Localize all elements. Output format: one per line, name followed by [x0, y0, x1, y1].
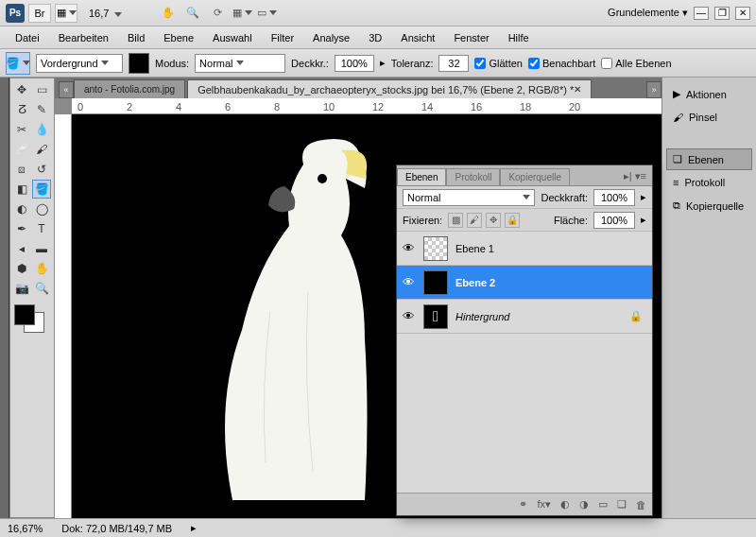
type-tool[interactable]: T: [32, 219, 51, 238]
layer-opacity-input[interactable]: 100%: [593, 189, 635, 206]
menu-ansicht[interactable]: Ansicht: [393, 29, 442, 46]
new-layer-icon[interactable]: ❏: [617, 498, 627, 511]
screen-mode-icon[interactable]: ▭: [256, 4, 277, 23]
menu-3d[interactable]: 3D: [361, 29, 389, 46]
group-icon[interactable]: ▭: [598, 498, 608, 511]
color-swatches[interactable]: [12, 304, 50, 333]
titlebar: Ps Br ▦ 16,7 ✋ 🔍 ⟳ ▦ ▭ Grundelemente ▾ —…: [0, 0, 756, 26]
panel-tab-protokoll[interactable]: Protokoll: [446, 168, 500, 185]
path-select-tool[interactable]: ◂: [12, 239, 31, 258]
current-tool-icon[interactable]: 🪣: [6, 52, 30, 75]
pen-tool[interactable]: ✒: [12, 219, 31, 238]
panel-tab-ebenen[interactable]: Ebenen: [397, 168, 446, 185]
antialias-checkbox[interactable]: Glätten: [474, 58, 522, 69]
tab-scroll-right[interactable]: »: [646, 81, 662, 98]
zoom-icon[interactable]: 🔍: [182, 4, 203, 23]
menu-ebene[interactable]: Ebene: [156, 29, 201, 46]
layer-row[interactable]: 👁 Ebene 2: [397, 266, 652, 300]
foreground-color[interactable]: [14, 304, 35, 325]
fill-select[interactable]: Vordergrund: [36, 54, 123, 73]
dock-aktionen[interactable]: ▶Aktionen: [666, 83, 752, 105]
delete-icon[interactable]: 🗑: [636, 499, 646, 511]
status-zoom[interactable]: 16,67%: [8, 523, 43, 534]
menu-bild[interactable]: Bild: [120, 29, 152, 46]
visibility-icon[interactable]: 👁: [401, 241, 416, 255]
hand-tool[interactable]: ✋: [32, 259, 51, 278]
layer-name[interactable]: Hintergrund: [455, 311, 509, 322]
restore-button[interactable]: ❐: [714, 7, 730, 20]
blend-mode-select[interactable]: Normal: [403, 189, 535, 206]
dock-kopierquelle[interactable]: ⧉Kopierquelle: [666, 195, 752, 217]
app-icon: Ps: [6, 4, 25, 23]
minimize-button[interactable]: —: [694, 7, 709, 20]
lock-position-icon[interactable]: ✥: [486, 213, 501, 228]
3d-tool[interactable]: ⬢: [12, 259, 31, 278]
eyedropper-tool[interactable]: 💧: [32, 120, 51, 139]
hand-icon[interactable]: ✋: [158, 4, 179, 23]
fx-icon[interactable]: fx▾: [537, 498, 551, 511]
menu-hilfe[interactable]: Hilfe: [501, 29, 537, 46]
heal-tool[interactable]: 🩹: [12, 140, 31, 159]
left-collapse-strip[interactable]: [0, 78, 9, 518]
layer-thumbnail[interactable]: [423, 270, 448, 295]
menu-filter[interactable]: Filter: [264, 29, 301, 46]
tab-scroll-left[interactable]: «: [59, 81, 74, 98]
dock-pinsel[interactable]: 🖌Pinsel: [666, 107, 752, 128]
lock-all-icon[interactable]: 🔒: [505, 213, 520, 228]
rotate-icon[interactable]: ⟳: [207, 4, 228, 23]
dock-ebenen[interactable]: ❏Ebenen: [666, 148, 752, 170]
contiguous-checkbox[interactable]: Benachbart: [528, 58, 595, 69]
fill-input[interactable]: 100%: [593, 212, 635, 229]
layer-row[interactable]: 👁 𓅬 Hintergrund 🔒: [397, 300, 652, 334]
stamp-tool[interactable]: ⧇: [12, 160, 31, 179]
all-layers-checkbox[interactable]: Alle Ebenen: [601, 58, 671, 69]
quick-select-tool[interactable]: ✎: [32, 100, 51, 119]
crop-tool[interactable]: ✂: [12, 120, 31, 139]
blur-tool[interactable]: ◐: [12, 199, 31, 218]
dodge-tool[interactable]: ◯: [32, 199, 51, 218]
history-brush-tool[interactable]: ↺: [32, 160, 51, 179]
panel-dock: ▶Aktionen 🖌Pinsel ❏Ebenen ≡Protokoll ⧉Ko…: [662, 78, 756, 518]
link-icon[interactable]: ⚭: [519, 498, 527, 511]
visibility-icon[interactable]: 👁: [401, 275, 416, 289]
lock-pixels-icon[interactable]: 🖌: [467, 213, 482, 228]
tolerance-input[interactable]: 32: [438, 55, 469, 72]
shape-tool[interactable]: ▬: [32, 239, 51, 258]
bucket-tool[interactable]: 🪣: [32, 180, 51, 199]
document-tab-active[interactable]: Gelbhaubenkakadu_by_archaeopteryx_stocks…: [187, 79, 592, 98]
panel-tab-kopierquelle[interactable]: Kopierquelle: [500, 168, 570, 185]
eraser-tool[interactable]: ◧: [12, 180, 31, 199]
panel-menu-icon[interactable]: ▸| ▾≡: [618, 167, 652, 185]
arrange-icon[interactable]: ▦: [232, 4, 252, 23]
menu-analyse[interactable]: Analyse: [305, 29, 357, 46]
bridge-button[interactable]: Br: [28, 4, 51, 23]
zoom-display[interactable]: 16,7: [81, 8, 129, 19]
mode-select[interactable]: Normal: [195, 54, 285, 73]
workspace-switcher[interactable]: Grundelemente ▾: [608, 7, 688, 19]
zoom-tool[interactable]: 🔍: [32, 279, 51, 298]
menu-bearbeiten[interactable]: Bearbeiten: [51, 29, 116, 46]
layer-name[interactable]: Ebene 2: [455, 277, 495, 288]
move-tool[interactable]: ✥: [12, 80, 31, 99]
menu-fenster[interactable]: Fenster: [446, 29, 496, 46]
brush-tool[interactable]: 🖌: [32, 140, 51, 159]
pattern-swatch[interactable]: [129, 53, 149, 74]
document-tab-inactive[interactable]: anto - Fotolia.com.jpg: [74, 79, 185, 98]
mask-icon[interactable]: ◐: [560, 498, 570, 511]
layer-name[interactable]: Ebene 1: [455, 243, 494, 254]
close-button[interactable]: ✕: [735, 7, 750, 20]
mini-bridge-button[interactable]: ▦: [55, 4, 77, 23]
visibility-icon[interactable]: 👁: [401, 309, 416, 323]
camera-tool[interactable]: 📷: [12, 279, 31, 298]
layer-thumbnail[interactable]: 𓅬: [423, 304, 448, 329]
menu-datei[interactable]: Datei: [8, 29, 47, 46]
opacity-input[interactable]: 100%: [335, 55, 374, 72]
marquee-tool[interactable]: ▭: [32, 80, 51, 99]
layer-thumbnail[interactable]: [423, 236, 448, 261]
lock-transparent-icon[interactable]: ▩: [448, 213, 463, 228]
adjustment-icon[interactable]: ◑: [579, 498, 589, 511]
dock-protokoll[interactable]: ≡Protokoll: [666, 172, 752, 193]
layer-row[interactable]: 👁 Ebene 1: [397, 232, 652, 266]
menu-auswahl[interactable]: Auswahl: [205, 29, 260, 46]
lasso-tool[interactable]: ⵒ: [12, 100, 31, 119]
